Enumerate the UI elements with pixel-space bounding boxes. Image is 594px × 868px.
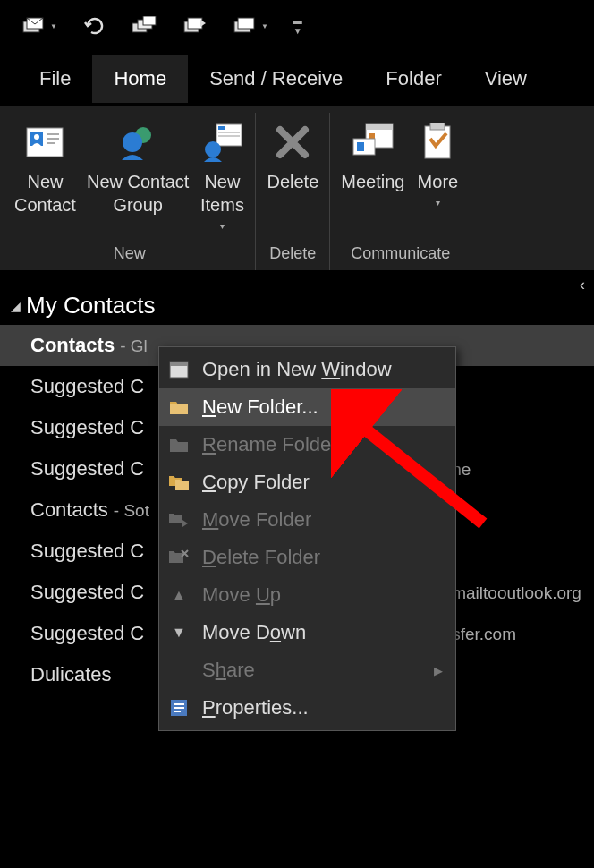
menu-label: Rename Folder bbox=[202, 433, 338, 456]
button-label: More bbox=[418, 170, 459, 193]
nav-item-label: Dulicates bbox=[30, 663, 111, 686]
button-label: Delete bbox=[267, 170, 318, 193]
menu-properties[interactable]: Properties... bbox=[159, 689, 455, 727]
down-arrow-icon: ▼ bbox=[168, 622, 190, 643]
submenu-arrow-icon: ▶ bbox=[434, 664, 443, 677]
svg-rect-28 bbox=[430, 123, 445, 130]
folder-context-menu: Open in New Window New Folder... Rename … bbox=[158, 346, 456, 731]
more-clipboard-icon bbox=[415, 120, 460, 165]
ribbon-group-new: New Contact New Contact Group New Items … bbox=[4, 113, 256, 270]
tab-home[interactable]: Home bbox=[92, 55, 188, 103]
delete-folder-icon bbox=[168, 547, 190, 568]
nav-item-suffix: - Sot bbox=[114, 501, 149, 521]
menu-label: Move Down bbox=[202, 621, 306, 644]
svg-rect-13 bbox=[47, 138, 59, 140]
qat-folder-dropdown-button[interactable]: ▼ bbox=[233, 16, 268, 36]
new-items-button[interactable]: New Items ▾ bbox=[194, 113, 250, 239]
group-label: New bbox=[9, 239, 250, 270]
menu-move-down[interactable]: ▼ Move Down bbox=[159, 614, 455, 651]
nav-header-my-contacts[interactable]: ◢ My Contacts bbox=[0, 286, 594, 325]
meeting-icon bbox=[351, 120, 395, 165]
tab-view[interactable]: View bbox=[463, 55, 548, 103]
menu-label: Delete Folder bbox=[202, 546, 320, 569]
dropdown-arrow-icon: ▾ bbox=[436, 197, 440, 208]
meeting-button[interactable]: Meeting bbox=[335, 113, 410, 239]
ribbon-group-communicate: Meeting More ▾ Communicate bbox=[330, 113, 471, 270]
new-contact-group-button[interactable]: New Contact Group bbox=[81, 113, 195, 239]
quick-access-toolbar: ▼ ▼ ▬▼ bbox=[0, 0, 594, 52]
menu-delete-folder: Delete Folder bbox=[159, 539, 455, 576]
contact-group-icon bbox=[115, 120, 160, 165]
button-label: New Contact bbox=[14, 170, 76, 217]
nav-item-suffix: - Gl bbox=[120, 336, 148, 356]
nav-item-label: Contacts bbox=[30, 498, 108, 522]
menu-label: Move Up bbox=[202, 583, 281, 607]
menu-copy-folder[interactable]: Copy Folder bbox=[159, 464, 455, 501]
contact-card-icon bbox=[22, 120, 67, 165]
properties-icon bbox=[168, 697, 190, 719]
window-icon bbox=[168, 359, 190, 380]
menu-label: Properties... bbox=[202, 696, 309, 719]
nav-item-label: Suggested C bbox=[30, 457, 144, 481]
nav-item-label: Contacts bbox=[30, 334, 115, 357]
qat-customize-button[interactable]: ▬▼ bbox=[293, 16, 301, 36]
menu-label: Copy Folder bbox=[202, 471, 310, 494]
delete-button[interactable]: Delete bbox=[261, 113, 324, 239]
copy-folder-icon bbox=[168, 472, 190, 493]
svg-point-11 bbox=[34, 134, 39, 140]
group-label: Delete bbox=[261, 239, 324, 270]
dropdown-arrow-icon: ▼ bbox=[261, 22, 268, 30]
new-contact-button[interactable]: New Contact bbox=[9, 113, 81, 239]
tab-send-receive[interactable]: Send / Receive bbox=[188, 55, 364, 103]
svg-rect-6 bbox=[188, 18, 202, 29]
delete-x-icon bbox=[270, 120, 315, 165]
menu-label: Open in New Window bbox=[202, 358, 392, 381]
menu-open-new-window[interactable]: Open in New Window bbox=[159, 351, 455, 388]
tab-file[interactable]: File bbox=[18, 55, 92, 103]
svg-point-16 bbox=[123, 132, 142, 152]
ribbon-tabs: File Home Send / Receive Folder View bbox=[0, 52, 594, 106]
menu-label: Move Folder bbox=[202, 508, 311, 532]
nav-item-label: Suggested C bbox=[30, 540, 144, 563]
svg-rect-20 bbox=[218, 135, 240, 137]
menu-share: Share ▶ bbox=[159, 651, 455, 689]
qat-undo-button[interactable] bbox=[82, 16, 106, 36]
svg-rect-19 bbox=[218, 132, 240, 133]
more-button[interactable]: More ▾ bbox=[410, 113, 465, 239]
menu-label: New Folder... bbox=[202, 396, 318, 419]
svg-rect-24 bbox=[369, 133, 375, 139]
svg-rect-30 bbox=[170, 362, 188, 366]
folder-icon bbox=[168, 396, 190, 418]
qat-send-receive-button[interactable]: ▼ bbox=[21, 16, 57, 36]
blank-icon bbox=[168, 660, 190, 681]
dropdown-arrow-icon: ▼ bbox=[50, 22, 57, 30]
qat-send-all-button[interactable] bbox=[182, 16, 208, 36]
nav-item-label: Suggested C bbox=[30, 581, 144, 604]
menu-move-up: ▲ Move Up bbox=[159, 576, 455, 614]
nav-item-suffix: sfer.com bbox=[452, 625, 516, 644]
svg-rect-26 bbox=[357, 142, 364, 151]
svg-rect-8 bbox=[238, 18, 254, 29]
button-label: Meeting bbox=[341, 170, 404, 193]
folder-icon bbox=[168, 434, 190, 455]
menu-new-folder[interactable]: New Folder... bbox=[159, 388, 455, 426]
svg-rect-34 bbox=[174, 707, 184, 709]
svg-rect-31 bbox=[170, 404, 188, 414]
svg-rect-12 bbox=[47, 133, 59, 135]
button-label: New Items bbox=[200, 170, 244, 217]
svg-rect-33 bbox=[174, 703, 184, 705]
up-arrow-icon: ▲ bbox=[168, 584, 190, 606]
svg-rect-4 bbox=[143, 16, 156, 25]
nav-item-label: Suggested C bbox=[30, 622, 144, 645]
tab-folder[interactable]: Folder bbox=[364, 55, 462, 103]
nav-item-suffix: mailtooutlook.org bbox=[452, 583, 581, 603]
qat-all-folders-button[interactable] bbox=[131, 16, 157, 36]
expand-triangle-icon: ◢ bbox=[11, 299, 21, 313]
move-folder-icon bbox=[168, 509, 190, 531]
menu-label: Share bbox=[202, 659, 255, 682]
new-items-icon bbox=[199, 120, 244, 165]
collapse-pane-button[interactable]: ‹ bbox=[580, 276, 585, 294]
ribbon: New Contact New Contact Group New Items … bbox=[0, 106, 594, 270]
menu-rename-folder: Rename Folder bbox=[159, 426, 455, 464]
nav-item-label: Suggested C bbox=[30, 416, 144, 439]
